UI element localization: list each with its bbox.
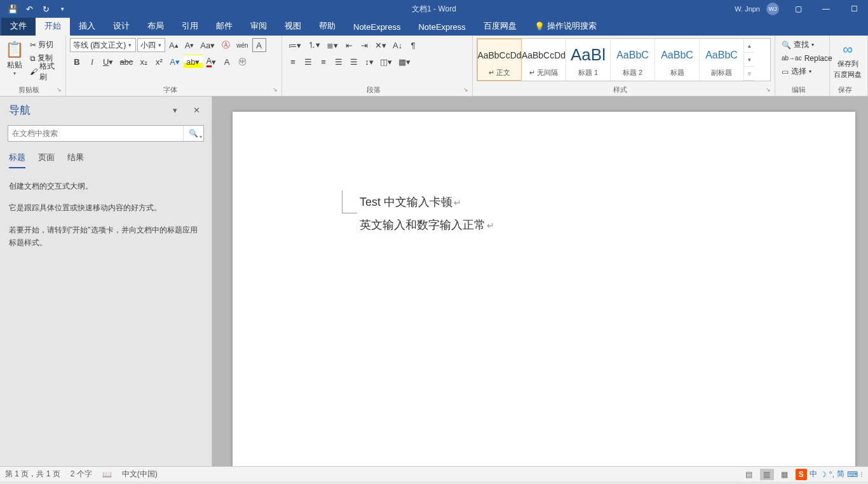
ime-jian[interactable]: 简 [837, 469, 844, 480]
align-left-icon[interactable]: ≡ [286, 55, 300, 69]
page[interactable]: Test 中文输入卡顿↵ 英文输入和数字输入正常↵ [233, 112, 855, 466]
tab-help[interactable]: 帮助 [310, 17, 344, 36]
shrink-font-icon[interactable]: A▾ [182, 38, 197, 52]
nav-tab-headings[interactable]: 标题 [9, 152, 25, 168]
tell-me[interactable]: 💡操作说明搜索 [526, 17, 606, 36]
document-area[interactable]: Test 中文输入卡顿↵ 英文输入和数字输入正常↵ [212, 97, 868, 466]
select-button[interactable]: ▭选择▾ [779, 65, 825, 78]
format-painter-button[interactable]: 🖌格式刷 [27, 65, 62, 78]
qat-more-icon[interactable]: ▾ [55, 2, 70, 16]
change-case-icon[interactable]: Aa▾ [198, 38, 217, 52]
font-size-combo[interactable]: 小四▾ [137, 38, 165, 52]
phonetic-icon[interactable]: wén [234, 38, 250, 52]
text-effects-icon[interactable]: A▾ [167, 55, 182, 69]
tab-design[interactable]: 设计 [104, 17, 139, 36]
styles-dialog-icon[interactable]: ↘ [766, 86, 773, 94]
search-input[interactable] [8, 126, 183, 141]
numbering-icon[interactable]: ⒈▾ [305, 38, 323, 52]
tab-view[interactable]: 视图 [276, 17, 310, 36]
cut-button[interactable]: ✂剪切 [27, 38, 62, 51]
paragraph-dialog-icon[interactable]: ↘ [463, 86, 471, 94]
status-proof-icon[interactable]: 📖 [102, 470, 112, 479]
tab-file[interactable]: 文件 [1, 17, 36, 36]
user-name[interactable]: W. Jnpn [728, 5, 766, 13]
align-center-icon[interactable]: ☰ [301, 55, 315, 69]
gallery-down-icon[interactable]: ▾ [744, 53, 754, 67]
status-words[interactable]: 2 个字 [71, 469, 92, 480]
font-name-combo[interactable]: 等线 (西文正文)▾ [70, 38, 136, 52]
shading-icon[interactable]: ◫▾ [377, 55, 395, 69]
font-color-icon[interactable]: A▾ [204, 55, 219, 69]
italic-icon[interactable]: I [85, 55, 99, 69]
search-icon[interactable]: 🔍 [183, 126, 203, 141]
bullets-icon[interactable]: ≔▾ [286, 38, 304, 52]
align-distribute-icon[interactable]: ☰ [347, 55, 361, 69]
show-marks-icon[interactable]: ¶ [406, 38, 420, 52]
ime-moon-icon[interactable]: ☽ [820, 470, 827, 479]
nav-tab-results[interactable]: 结果 [67, 152, 84, 168]
multilevel-icon[interactable]: ≣▾ [324, 38, 341, 52]
minimize-icon[interactable]: — [812, 0, 840, 18]
tab-review[interactable]: 审阅 [241, 17, 276, 36]
gallery-more-icon[interactable]: ▿ [744, 67, 754, 81]
paragraph-2[interactable]: 英文输入和数字输入正常↵ [360, 213, 792, 236]
nav-close-icon[interactable]: ✕ [190, 104, 203, 117]
ime-keyboard-icon[interactable]: ⌨ [847, 470, 858, 479]
ime-punct-icon[interactable]: °, [829, 470, 834, 479]
style-item[interactable]: AaBbC标题 2 [611, 39, 655, 81]
tab-noteexpress-1[interactable]: NoteExpress [344, 18, 409, 36]
style-item[interactable]: AaBbCcDd↵ 正文 [477, 39, 522, 81]
style-item[interactable]: AaBbCcDd↵ 无间隔 [522, 39, 566, 81]
find-button[interactable]: 🔍查找▾ [779, 38, 825, 51]
sogou-icon[interactable]: S [796, 469, 807, 480]
grow-font-icon[interactable]: A▴ [166, 38, 181, 52]
sort-icon[interactable]: A↓ [390, 38, 405, 52]
view-print-icon[interactable]: ▥ [760, 469, 774, 480]
paragraph-1[interactable]: Test 中文输入卡顿↵ [360, 191, 792, 213]
clipboard-dialog-icon[interactable]: ↘ [57, 86, 64, 94]
save-baidu-button[interactable]: ∞ 保存到 百度网盘 [834, 38, 862, 83]
style-item[interactable]: AaBl标题 1 [566, 39, 611, 81]
bold-icon[interactable]: B [70, 55, 84, 69]
char-border-icon[interactable]: A [252, 38, 266, 52]
ime-more-icon[interactable]: ⁝ [860, 470, 863, 479]
paste-button[interactable]: 📋 粘贴 ▾ [4, 38, 26, 79]
style-item[interactable]: AaBbC副标题 [700, 39, 744, 81]
decrease-indent-icon[interactable]: ⇤ [342, 38, 356, 52]
borders-icon[interactable]: ▦▾ [396, 55, 413, 69]
redo-icon[interactable]: ↻ [38, 2, 53, 16]
maximize-icon[interactable]: ☐ [840, 0, 868, 18]
tab-mailings[interactable]: 邮件 [207, 17, 241, 36]
tab-references[interactable]: 引用 [173, 17, 207, 36]
style-item[interactable]: AaBbC标题 [655, 39, 700, 81]
font-dialog-icon[interactable]: ↘ [273, 86, 280, 94]
undo-icon[interactable]: ↶ [22, 2, 37, 16]
status-language[interactable]: 中文(中国) [122, 469, 158, 480]
tab-noteexpress-2[interactable]: NoteExpress [409, 18, 474, 36]
line-spacing-icon[interactable]: ↕▾ [362, 55, 376, 69]
superscript-icon[interactable]: x² [152, 55, 166, 69]
nav-tab-pages[interactable]: 页面 [38, 152, 55, 168]
view-web-icon[interactable]: ▦ [778, 469, 792, 480]
tab-home[interactable]: 开始 [36, 17, 70, 36]
status-page[interactable]: 第 1 页，共 1 页 [5, 469, 60, 480]
asian-layout-icon[interactable]: ✕▾ [372, 38, 389, 52]
view-read-icon[interactable]: ▤ [742, 469, 756, 480]
tab-baidu[interactable]: 百度网盘 [475, 17, 526, 36]
tab-insert[interactable]: 插入 [70, 17, 104, 36]
clear-format-icon[interactable]: Ⓐ [219, 38, 233, 52]
nav-menu-icon[interactable]: ▾ [168, 104, 181, 117]
align-right-icon[interactable]: ≡ [316, 55, 330, 69]
align-justify-icon[interactable]: ☰ [332, 55, 346, 69]
char-shading-icon[interactable]: A [220, 55, 234, 69]
gallery-up-icon[interactable]: ▴ [744, 39, 754, 53]
ribbon-options-icon[interactable]: ▢ [784, 0, 812, 18]
strike-icon[interactable]: abc [117, 55, 135, 69]
underline-icon[interactable]: U▾ [100, 55, 116, 69]
avatar[interactable]: WJ [766, 3, 779, 15]
subscript-icon[interactable]: x₂ [137, 55, 151, 69]
tab-layout[interactable]: 布局 [139, 17, 173, 36]
ime-zhong[interactable]: 中 [810, 469, 817, 480]
replace-button[interactable]: ab→acReplace [779, 51, 825, 65]
increase-indent-icon[interactable]: ⇥ [357, 38, 371, 52]
